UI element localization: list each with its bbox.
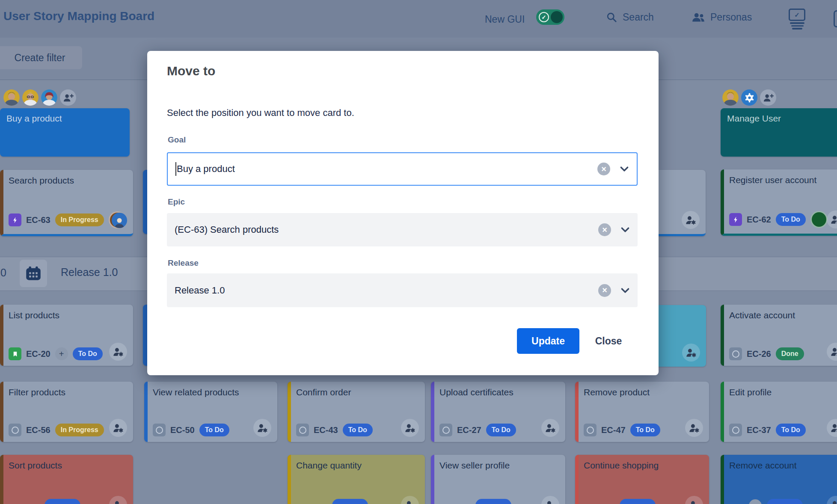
assign-user-icon[interactable] xyxy=(685,496,703,504)
chevron-down-icon[interactable] xyxy=(619,163,630,175)
story-card-confirm-order[interactable]: Confirm order EC-43 To Do xyxy=(288,382,425,442)
search-button[interactable]: Search xyxy=(606,12,654,23)
card-title: Remove product xyxy=(584,387,650,397)
assign-user-icon[interactable] xyxy=(827,210,837,228)
assign-user-icon[interactable] xyxy=(109,343,127,361)
clipped-toolbar-icon[interactable] xyxy=(834,10,837,27)
assign-user-icon[interactable] xyxy=(682,211,700,229)
clear-icon[interactable]: × xyxy=(598,284,611,297)
add-persona-button[interactable] xyxy=(60,89,76,106)
story-card-upload-certificates[interactable]: Upload certificates EC-27 To Do xyxy=(431,382,565,442)
assign-user-icon[interactable] xyxy=(253,419,271,437)
calendar-button[interactable] xyxy=(20,260,47,287)
epic-value: (EC-63) Search products xyxy=(175,213,279,246)
board-check-icon: ✓ xyxy=(789,9,805,21)
goal-select[interactable]: Buy a product × xyxy=(167,152,638,186)
story-card-view-related-products[interactable]: View related products EC-50 To Do xyxy=(144,382,277,442)
assignee-avatar[interactable] xyxy=(112,213,127,228)
status-badge: In Progress xyxy=(55,213,104,226)
assign-user-icon[interactable] xyxy=(401,419,419,437)
person-gear-icon xyxy=(257,423,268,433)
release-select[interactable]: Release 1.0 × xyxy=(167,273,638,307)
issue-key: EC-27 xyxy=(457,425,481,435)
status-badge-partial xyxy=(45,499,80,504)
goal-value: Buy a product xyxy=(175,153,235,185)
persona-avatar-grandma[interactable] xyxy=(22,89,39,106)
story-type-icon xyxy=(153,424,166,436)
story-type-icon xyxy=(584,424,597,436)
card-title: View seller profile xyxy=(439,460,510,471)
goal-title: Buy a product xyxy=(6,113,62,124)
story-card-continue-shopping[interactable]: Continue shopping xyxy=(575,455,709,504)
calendar-icon xyxy=(25,266,42,281)
assign-user-icon[interactable] xyxy=(401,496,419,504)
story-card-register-user-account[interactable]: Register user account EC-62 To Do xyxy=(721,169,837,236)
person-gear-icon xyxy=(404,423,416,433)
goal-card-buy-a-product[interactable]: Buy a product xyxy=(0,108,130,157)
status-badge-partial xyxy=(332,499,368,504)
status-badge-partial xyxy=(767,499,803,504)
status-badge-partial xyxy=(620,499,656,504)
assign-user-icon[interactable] xyxy=(827,343,837,361)
story-card-activate-account[interactable]: Activate account EC-26 Done xyxy=(721,305,837,366)
epic-select[interactable]: (EC-63) Search products × xyxy=(167,213,638,246)
issue-key: EC-56 xyxy=(26,425,50,435)
issue-key: EC-47 xyxy=(601,425,626,435)
goal-card-manage-user[interactable]: Manage User xyxy=(721,108,837,157)
card-title: Continue shopping xyxy=(584,460,659,471)
chevron-down-icon[interactable] xyxy=(620,224,631,235)
create-filter-button[interactable]: Create filter xyxy=(0,46,82,69)
update-button[interactable]: Update xyxy=(517,328,579,354)
clear-icon[interactable]: × xyxy=(598,223,611,236)
assign-user-icon[interactable] xyxy=(541,419,559,437)
personas-label: Personas xyxy=(710,12,752,23)
personas-icon xyxy=(692,12,705,23)
assign-user-icon[interactable] xyxy=(827,419,837,437)
card-title: Search products xyxy=(9,175,74,186)
card-title: Filter products xyxy=(9,387,65,397)
board-view-button[interactable]: ✓ xyxy=(789,9,806,30)
story-card-change-quantity[interactable]: Change quantity xyxy=(288,455,425,504)
close-button[interactable]: Close xyxy=(585,328,632,354)
story-card-remove-product[interactable]: Remove product EC-47 To Do xyxy=(575,382,709,442)
goal-title: Manage User xyxy=(727,113,781,124)
chevron-down-icon[interactable] xyxy=(620,285,631,296)
epic-label: Epic xyxy=(168,197,185,207)
assign-user-icon[interactable] xyxy=(685,419,703,437)
story-card-view-seller-profile[interactable]: View seller profile xyxy=(431,455,565,504)
assign-user-icon[interactable] xyxy=(109,419,127,437)
clear-icon[interactable]: × xyxy=(597,163,610,175)
persona-avatar-man[interactable] xyxy=(3,89,20,106)
issue-key: EC-43 xyxy=(314,425,338,435)
assign-user-icon[interactable] xyxy=(109,496,127,504)
new-gui-toggle[interactable]: ✓ xyxy=(536,9,564,25)
assign-user-icon[interactable] xyxy=(541,496,559,504)
add-icon[interactable]: + xyxy=(55,347,68,360)
check-icon: ✓ xyxy=(539,12,549,22)
assign-user-icon[interactable] xyxy=(682,344,700,362)
issue-key: EC-37 xyxy=(747,425,771,435)
story-card-search-products[interactable]: Search products EC-63 In Progress xyxy=(0,170,133,236)
persona-avatar-man-2[interactable] xyxy=(722,89,739,106)
story-type-icon xyxy=(296,424,309,436)
story-card-sort-products[interactable]: Sort products xyxy=(0,455,133,504)
issue-key: EC-62 xyxy=(747,215,771,225)
status-badge: To Do xyxy=(776,424,806,436)
card-title: Change quantity xyxy=(296,460,362,471)
persona-dot-green[interactable] xyxy=(810,211,828,228)
story-type-icon xyxy=(9,347,21,360)
assign-user-icon[interactable] xyxy=(827,496,837,504)
persona-avatar-woman[interactable] xyxy=(41,89,57,106)
story-card-list-products[interactable]: List products EC-20 + To Do xyxy=(0,305,133,366)
text-caret xyxy=(175,162,176,176)
persona-gear-avatar[interactable] xyxy=(741,89,757,106)
story-card-remove-account[interactable]: Remove account xyxy=(721,455,837,504)
personas-button[interactable]: Personas xyxy=(692,12,752,23)
story-card-edit-profile[interactable]: Edit profile EC-37 To Do xyxy=(721,382,837,442)
add-persona-button-2[interactable] xyxy=(760,89,776,106)
status-badge: To Do xyxy=(73,347,103,360)
card-title: Activate account xyxy=(729,310,795,320)
issue-key: EC-20 xyxy=(26,349,50,359)
story-card-filter-products[interactable]: Filter products EC-56 In Progress xyxy=(0,382,133,442)
card-title: Upload certificates xyxy=(439,387,513,397)
